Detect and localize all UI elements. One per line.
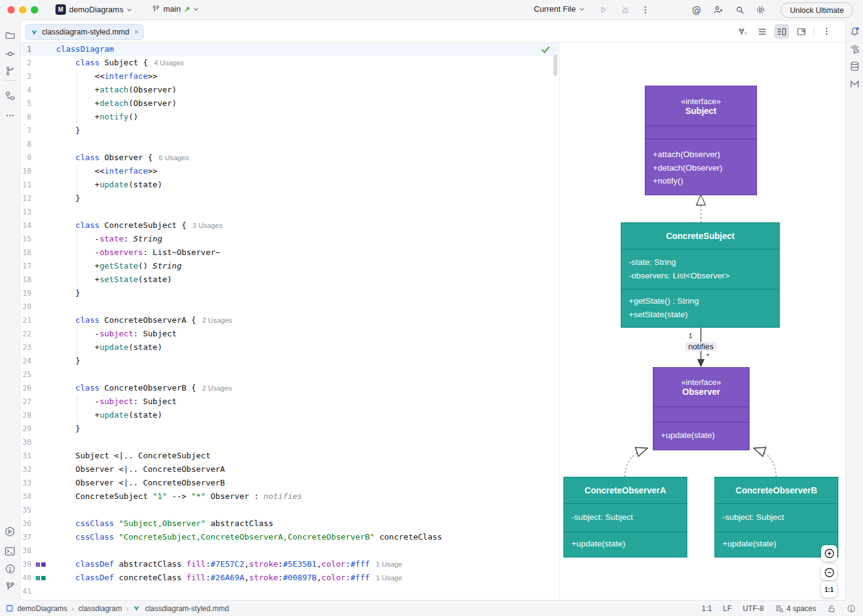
code-line[interactable]: 41: [20, 585, 558, 598]
mermaid-settings-icon[interactable]: ?: [735, 24, 750, 39]
code-line[interactable]: 1classDiagram: [20, 43, 558, 56]
editor-only-view-icon[interactable]: [755, 24, 769, 39]
settings-gear-icon[interactable]: [754, 3, 767, 17]
editor-scrollbar[interactable]: [554, 55, 557, 76]
usages-hint[interactable]: 4 Usages: [154, 59, 184, 67]
vcs-tool-icon[interactable]: [3, 64, 17, 78]
code-line[interactable]: 24 }: [20, 354, 558, 368]
code-line[interactable]: 18 +setState(state): [20, 273, 558, 286]
code-line[interactable]: 25: [20, 368, 558, 381]
code-line[interactable]: 14 class ConcreteSubject {3 Usages: [20, 219, 558, 232]
code-line[interactable]: 10 <<interface>>: [20, 164, 558, 178]
code-line[interactable]: 23 +update(state): [20, 341, 558, 354]
editor-kebab-menu-icon[interactable]: [819, 24, 834, 39]
more-actions-button[interactable]: [639, 3, 652, 17]
git-tool-icon[interactable]: [3, 580, 17, 593]
code-line[interactable]: 13: [20, 205, 558, 219]
window-close-button[interactable]: [7, 6, 15, 14]
breadcrumb-folder[interactable]: classdiagram: [78, 604, 122, 613]
preview-only-view-icon[interactable]: [794, 24, 809, 39]
code-line[interactable]: 35: [20, 503, 558, 517]
breadcrumb-project[interactable]: demoDiagrams: [17, 604, 67, 613]
code-line[interactable]: 39 classDef abstractClass fill:#7E57C2,s…: [20, 557, 558, 571]
split-view-icon[interactable]: [774, 24, 789, 39]
unlock-ultimate-button[interactable]: Unlock Ultimate: [780, 2, 853, 18]
code-line[interactable]: 29 }: [20, 422, 558, 436]
database-tool-icon[interactable]: [848, 59, 861, 73]
vcs-widget[interactable]: main ↗: [152, 4, 199, 14]
code-line[interactable]: 31 Subject <|.. ConcreteSubject: [20, 449, 558, 463]
code-line[interactable]: 40 classDef concreteClass fill:#26A69A,s…: [20, 571, 558, 585]
ai-assistant-icon[interactable]: @: [690, 3, 703, 17]
inspections-ok-icon[interactable]: [541, 46, 550, 54]
ai-chat-tool-icon[interactable]: [848, 42, 861, 55]
tab-close-icon[interactable]: ×: [134, 28, 139, 36]
usages-hint[interactable]: 3 Usages: [192, 222, 223, 229]
code-line[interactable]: 21 class ConcreteObserverA {2 Usages: [20, 314, 558, 327]
code-line[interactable]: 32 Observer <|.. ConcreteObserverA: [20, 463, 558, 476]
usages-hint[interactable]: 2 Usages: [202, 317, 232, 324]
window-minimize-button[interactable]: [19, 6, 27, 14]
code-line[interactable]: 36 cssClass "Subject,Observer" abstractC…: [20, 517, 558, 530]
notifications-status-icon[interactable]: [847, 604, 856, 613]
color-chip[interactable]: [36, 576, 40, 580]
usages-hint[interactable]: 1 Usage: [376, 561, 403, 568]
code-line[interactable]: 16 -observers: List~Observer~: [20, 246, 558, 259]
project-tool-icon[interactable]: [3, 28, 17, 42]
code-line[interactable]: 38: [20, 544, 558, 557]
commit-tool-icon[interactable]: [3, 47, 17, 60]
color-chip[interactable]: [36, 562, 40, 567]
maven-tool-icon[interactable]: [848, 77, 861, 91]
code-line[interactable]: 26 class ConcreteObserverB {2 Usages: [20, 381, 558, 395]
code-line[interactable]: 19 }: [20, 286, 558, 300]
code-with-me-icon[interactable]: [711, 3, 725, 17]
problems-tool-icon[interactable]: [3, 562, 17, 575]
project-widget[interactable]: M demoDiagrams: [55, 4, 133, 15]
code-line[interactable]: 2 class Subject {4 Usages: [20, 56, 558, 70]
code-line[interactable]: 17 +getState() String: [20, 259, 558, 273]
structure-tool-icon[interactable]: [3, 89, 17, 102]
code-line[interactable]: 20: [20, 300, 558, 314]
color-chip[interactable]: [41, 562, 46, 567]
color-chip[interactable]: [41, 576, 46, 580]
services-tool-icon[interactable]: [3, 525, 17, 538]
code-line[interactable]: 30: [20, 436, 558, 449]
usages-hint[interactable]: 6 Usages: [159, 154, 189, 161]
lock-icon[interactable]: [827, 604, 836, 613]
code-line[interactable]: 3 <<interface>>: [20, 70, 558, 83]
run-button[interactable]: [597, 3, 610, 17]
code-line[interactable]: 11 +update(state): [20, 178, 558, 192]
search-icon[interactable]: [733, 3, 746, 17]
notifications-bell-icon[interactable]: [848, 25, 861, 38]
run-config-selector[interactable]: Current File: [534, 4, 585, 14]
tab-classdiagram-styled[interactable]: classdiagram-styled.mmd ×: [25, 24, 144, 40]
code-line[interactable]: 8: [20, 137, 558, 151]
usages-hint[interactable]: 1 Usage: [376, 574, 403, 582]
code-line[interactable]: 34 ConcreteSubject "1" --> "*" Observer …: [20, 490, 558, 503]
usages-hint[interactable]: 2 Usages: [202, 384, 232, 392]
code-line[interactable]: 6 +notify(): [20, 110, 558, 124]
code-editor[interactable]: 1classDiagram2 class Subject {4 Usages3 …: [20, 43, 558, 601]
encoding-widget[interactable]: UTF-8: [743, 604, 764, 613]
more-tools-icon[interactable]: [3, 108, 17, 122]
code-line[interactable]: 33 Observer <|.. ConcreteObserverB: [20, 476, 558, 490]
code-line[interactable]: 27 -subject: Subject: [20, 395, 558, 408]
code-line[interactable]: 9 class Observer {6 Usages: [20, 151, 558, 164]
line-ending-widget[interactable]: LF: [723, 604, 732, 613]
code-line[interactable]: 22 -subject: Subject: [20, 327, 558, 341]
zoom-out-button[interactable]: [821, 564, 837, 580]
code-line[interactable]: 5 +detach(Observer): [20, 97, 558, 110]
indent-widget[interactable]: 4 spaces: [775, 604, 816, 613]
window-zoom-button[interactable]: [31, 6, 38, 14]
caret-position-widget[interactable]: 1:1: [701, 604, 712, 613]
code-line[interactable]: 7 }: [20, 124, 558, 137]
debug-button[interactable]: [618, 3, 632, 17]
code-line[interactable]: 28 +update(state): [20, 408, 558, 422]
zoom-in-button[interactable]: [821, 545, 837, 561]
code-line[interactable]: 15 -state: String: [20, 232, 558, 246]
code-line[interactable]: 4 +attach(Observer): [20, 83, 558, 97]
zoom-reset-button[interactable]: 1:1: [821, 582, 837, 598]
code-line[interactable]: 37 cssClass "ConcreteSubject,ConcreteObs…: [20, 530, 558, 544]
code-line[interactable]: 12 }: [20, 192, 558, 205]
terminal-tool-icon[interactable]: [3, 545, 17, 558]
